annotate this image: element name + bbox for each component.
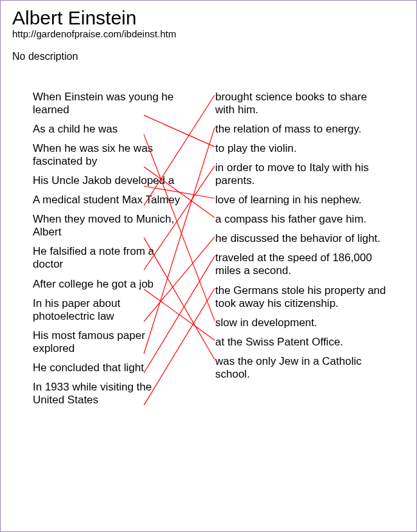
right-item[interactable]: traveled at the speed of 186,000 miles a… [215, 252, 389, 277]
right-item[interactable]: a compass his father gave him. [215, 213, 389, 226]
left-item[interactable]: When Einstein was young he learned [33, 91, 181, 116]
left-item[interactable]: His most famous paper explored [33, 329, 181, 355]
right-item[interactable]: in order to move to Italy with his paren… [215, 161, 389, 187]
left-item[interactable]: His Uncle Jakob developed a [33, 174, 181, 187]
right-column: brought science books to share with him.… [215, 91, 389, 387]
page-title: Albert Einstein [12, 7, 405, 28]
left-item[interactable]: In his paper about photoelectric law [33, 297, 181, 323]
right-item[interactable]: the relation of mass to energy. [215, 123, 389, 136]
left-item[interactable]: In 1933 while visiting the United States [33, 381, 181, 407]
right-item[interactable]: the Germans stole his property and took … [215, 284, 389, 310]
left-item[interactable]: After college he got a job [33, 278, 181, 291]
left-column: When Einstein was young he learnedAs a c… [33, 91, 181, 413]
right-item[interactable]: slow in development. [215, 316, 389, 329]
right-item[interactable]: to play the violin. [215, 142, 389, 155]
description: No description [12, 51, 405, 62]
right-item[interactable]: at the Swiss Patent Office. [215, 336, 389, 349]
right-item[interactable]: was the only Jew in a Catholic school. [215, 355, 389, 381]
left-item[interactable]: When they moved to Munich, Albert [33, 213, 181, 239]
left-item[interactable]: When he was six he was fascinated by [33, 142, 181, 168]
source-url: http://gardenofpraise.com/ibdeinst.htm [12, 28, 405, 39]
right-item[interactable]: brought science books to share with him. [215, 91, 389, 116]
right-item[interactable]: love of learning in his nephew. [215, 194, 389, 206]
left-item[interactable]: As a child he was [33, 123, 181, 136]
left-item[interactable]: He concluded that light [33, 362, 181, 374]
right-item[interactable]: he discussed the behavior of light. [215, 232, 389, 245]
left-item[interactable]: A medical student Max Talmey [33, 194, 181, 206]
matching-area: When Einstein was young he learnedAs a c… [1, 91, 416, 531]
left-item[interactable]: He falsified a note from a doctor [33, 245, 181, 271]
